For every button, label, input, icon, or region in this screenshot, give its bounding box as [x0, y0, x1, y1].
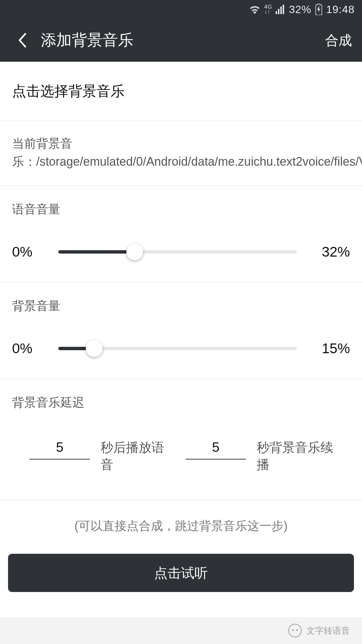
clock-label: 19:48	[326, 3, 355, 16]
chevron-left-icon	[17, 33, 27, 48]
bg-volume-slider[interactable]	[58, 347, 297, 350]
voice-volume-min: 0%	[12, 244, 42, 260]
page-title: 添加背景音乐	[41, 30, 325, 51]
wifi-icon	[249, 5, 260, 14]
delay-before-text: 秒后播放语音	[101, 439, 175, 473]
voice-volume-value: 32%	[313, 244, 350, 260]
brand-bar: 文字转语音	[0, 617, 362, 644]
network-type-label: 4G↓↑	[264, 5, 272, 14]
play-preview-button[interactable]: 点击试听	[8, 554, 354, 592]
brand-label: 文字转语音	[306, 625, 350, 637]
select-bgm-row[interactable]: 点击选择背景音乐	[0, 62, 362, 121]
play-preview-label: 点击试听	[154, 564, 208, 582]
bg-volume-min: 0%	[12, 340, 42, 357]
bgm-delay-section: 背景音乐延迟 秒后播放语音 秒背景音乐续播	[0, 379, 362, 500]
voice-volume-label: 语音音量	[12, 201, 350, 218]
title-bar: 添加背景音乐 合成	[0, 19, 362, 62]
skip-hint: (可以直接点合成，跳过背景音乐这一步)	[0, 518, 362, 534]
bg-volume-label: 背景音量	[12, 298, 350, 314]
voice-volume-slider[interactable]	[58, 250, 297, 254]
bg-volume-value: 15%	[313, 340, 350, 357]
compose-button[interactable]: 合成	[325, 31, 352, 50]
current-bgm-path: /storage/emulated/0/Android/data/me.zuic…	[36, 155, 362, 168]
bg-volume-section: 背景音量 0% 15%	[0, 282, 362, 379]
battery-charging-icon	[315, 4, 322, 15]
status-bar: 4G↓↑ 32% 19:48	[0, 0, 362, 19]
bgm-delay-label: 背景音乐延迟	[12, 394, 350, 411]
delay-before-input[interactable]	[29, 432, 90, 460]
current-bgm-row: 当前背景音乐：/storage/emulated/0/Android/data/…	[0, 121, 362, 186]
voice-volume-section: 语音音量 0% 32%	[0, 186, 362, 282]
battery-percent-label: 32%	[289, 3, 311, 16]
wechat-icon	[288, 624, 302, 637]
delay-after-input[interactable]	[186, 432, 246, 460]
signal-icon	[275, 5, 285, 14]
back-button[interactable]	[12, 30, 32, 50]
delay-after-text: 秒背景音乐续播	[257, 439, 343, 473]
select-bgm-label: 点击选择背景音乐	[12, 83, 125, 99]
